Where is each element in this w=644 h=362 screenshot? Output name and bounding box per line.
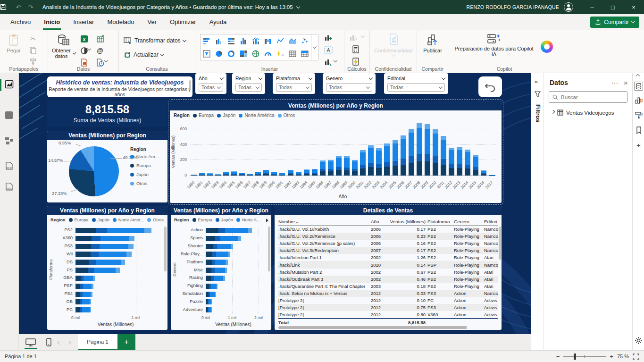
bar-shooter[interactable]	[206, 244, 233, 249]
stacked-bar-chart-icon[interactable]	[202, 37, 211, 45]
ribbon-chart-icon[interactable]	[264, 37, 272, 45]
report-view-icon[interactable]	[5, 80, 14, 89]
cut-icon[interactable]: ✂	[28, 34, 38, 43]
copilot-data-prep-button[interactable]: Preparación de datos para Copilot IA	[454, 33, 534, 57]
year-bar-2017[interactable]	[489, 175, 495, 176]
bar-racing[interactable]	[206, 276, 225, 281]
format-painter-icon[interactable]	[28, 57, 38, 66]
year-bar-2006[interactable]	[401, 135, 406, 176]
chevron-down-icon[interactable]	[442, 76, 445, 79]
year-bar-2013[interactable]	[457, 147, 462, 176]
slicer-editorial-dropdown[interactable]: Todas	[387, 83, 445, 92]
year-bar-1984[interactable]	[223, 172, 229, 176]
bar-platform[interactable]	[206, 260, 228, 265]
bar-gba[interactable]	[75, 276, 95, 281]
search-input[interactable]	[561, 94, 618, 100]
year-bar-1987[interactable]	[247, 174, 253, 176]
year-bar-1995[interactable]	[312, 169, 318, 176]
bar-ps[interactable]	[75, 268, 120, 273]
chart-scrollbar[interactable]	[268, 227, 270, 271]
table-row[interactable]: [Prototype 2]20120.80X360ActionActivis	[278, 311, 498, 318]
undo-icon[interactable]: ↶	[12, 4, 25, 11]
build-visual-pane-icon[interactable]	[634, 96, 643, 105]
year-bar-2008[interactable]	[417, 123, 422, 176]
add-page-button[interactable]: +	[117, 334, 135, 350]
fit-to-page-icon[interactable]	[633, 354, 639, 360]
gauge-icon[interactable]	[264, 50, 272, 58]
zoom-in-button[interactable]: +	[610, 353, 613, 360]
maximize-button[interactable]: □	[602, 0, 623, 14]
year-bar-2004[interactable]	[384, 143, 390, 176]
stacked-bar-100-icon[interactable]	[227, 37, 235, 45]
year-bar-1981[interactable]	[199, 173, 205, 176]
legend-item[interactable]: Norte A...	[236, 218, 260, 222]
legend-item[interactable]: Norte Amér...	[113, 218, 144, 222]
slicer-region-dropdown[interactable]: Todas	[235, 83, 262, 92]
calculator-icon[interactable]	[351, 44, 360, 54]
recent-sources-dropdown-icon[interactable]	[104, 59, 108, 62]
year-bar-2011[interactable]	[441, 136, 446, 176]
legend-item[interactable]: Japón	[217, 113, 235, 118]
year-bar-2000[interactable]	[352, 160, 358, 176]
chevron-down-icon[interactable]	[369, 76, 373, 79]
new-table-icon[interactable]	[95, 34, 105, 43]
bar-sports[interactable]	[206, 236, 241, 241]
year-bar-2015[interactable]	[473, 155, 478, 176]
title-dropdown-icon[interactable]	[296, 4, 300, 8]
paste-button[interactable]: Pegar	[4, 34, 24, 53]
bar-puzzle[interactable]	[206, 299, 212, 304]
legend-item[interactable]: Norte América	[239, 113, 274, 118]
year-bar-1990[interactable]	[271, 172, 277, 176]
page-tab[interactable]: Página 1	[78, 334, 117, 350]
menu-ayuda[interactable]: Ayuda	[203, 15, 234, 29]
yearly-bar-chart-card[interactable]: Ventas (Millones) por Año y Region Regio…	[170, 101, 502, 203]
legend-item[interactable]: Japón	[216, 218, 233, 222]
bar-ps3[interactable]	[75, 244, 134, 249]
menu-ver[interactable]: Ver	[141, 15, 164, 29]
legend-overflow-arrow[interactable]	[266, 219, 268, 222]
year-bar-1998[interactable]	[336, 156, 342, 176]
year-bar-1988[interactable]	[255, 172, 261, 176]
scroll-up-icon[interactable]	[636, 74, 640, 78]
table-row[interactable]: .hack//Mutation Part 220020.67PS2Role-Pl…	[278, 269, 498, 276]
year-bar-1999[interactable]	[344, 156, 350, 176]
genre-bar-chart-card[interactable]: Ventas (Millones) por Año y Region Regio…	[171, 206, 271, 330]
map-icon[interactable]	[251, 50, 260, 58]
zoom-slider[interactable]	[563, 354, 606, 360]
year-bar-2009[interactable]	[425, 124, 430, 176]
transform-data-button[interactable]: Transformar datos	[124, 37, 186, 44]
prev-page-icon[interactable]	[58, 339, 61, 345]
recent-sources-icon[interactable]	[95, 58, 105, 67]
legend-item[interactable]: Otros	[278, 113, 295, 118]
column-chart-icon[interactable]	[239, 37, 248, 45]
zoom-out-button[interactable]: −	[556, 353, 560, 360]
bar-ps4[interactable]	[75, 292, 92, 297]
table-h-scrollbar[interactable]	[278, 326, 467, 329]
table-row[interactable]: .hack//Link20100.14PSPRole-PlayingNamco	[278, 261, 498, 268]
year-bar-1986[interactable]	[239, 173, 245, 176]
legend-item[interactable]: Europa	[193, 113, 214, 118]
year-bar-1994[interactable]	[304, 169, 309, 176]
quick-measure-icon[interactable]	[351, 57, 360, 66]
bar-misc[interactable]	[206, 268, 227, 273]
bar-role-play-[interactable]	[206, 252, 230, 257]
column-header[interactable]: Nombre ▲	[278, 219, 371, 224]
data-table-item[interactable]: Ventas Videojuegos	[544, 104, 632, 116]
combo-chart-icon[interactable]	[251, 37, 260, 45]
publish-button[interactable]: Publicar	[422, 34, 443, 53]
user-avatar[interactable]	[564, 2, 573, 12]
legend-item[interactable]: Otros	[147, 218, 164, 222]
bar-fighting[interactable]	[206, 284, 217, 289]
more-visuals-dropdown-icon[interactable]	[334, 59, 337, 62]
desktop-layout-icon[interactable]	[25, 338, 36, 346]
chart-scrollbar[interactable]	[164, 227, 167, 271]
bar-simulation[interactable]	[206, 292, 216, 297]
year-bar-2003[interactable]	[376, 148, 382, 176]
model-view-icon[interactable]	[5, 137, 14, 146]
datahub-icon[interactable]	[79, 46, 89, 55]
bar-psp[interactable]	[75, 284, 93, 289]
year-bar-1980[interactable]	[191, 175, 197, 176]
more-visuals-icon[interactable]	[324, 58, 333, 67]
menu-optimizar[interactable]: Optimizar	[163, 15, 203, 29]
excel-workbook-icon[interactable]: x	[79, 34, 89, 43]
